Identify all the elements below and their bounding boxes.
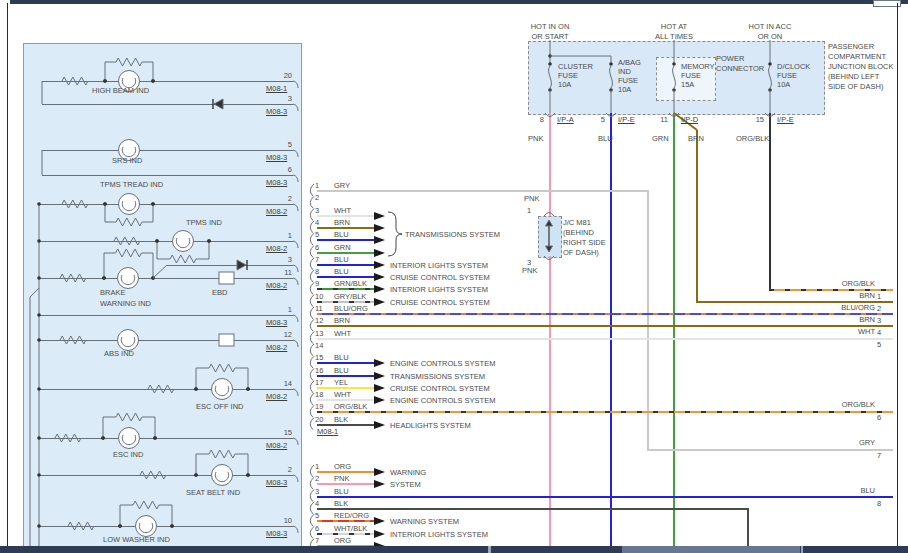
junction-dot [37, 313, 41, 317]
connector-hook [293, 150, 298, 157]
wire-color-label: RED/ORG [334, 511, 369, 520]
fuse-label: 10A [558, 80, 571, 89]
connector-hook [310, 221, 314, 233]
connector-ref[interactable]: M08-3 [266, 529, 287, 538]
pin-number: 17 [315, 378, 323, 387]
indicator-label: SRS IND [112, 156, 142, 165]
wire-color-label: BRN [334, 316, 350, 325]
junction-dot [37, 387, 41, 391]
connector-ref[interactable]: M08-2 [266, 244, 287, 253]
wire-color-label: BRN [334, 218, 350, 227]
line [30, 288, 39, 297]
bottom-bar-segment[interactable] [622, 546, 800, 553]
connector-ref[interactable]: I/P-A [557, 115, 574, 124]
connector-hook [293, 265, 298, 272]
connector-ref[interactable]: I/P-E [618, 115, 635, 124]
wire-color-label: BLK [334, 499, 348, 508]
jc-label: (BEHIND [563, 228, 594, 237]
wire-color-label: PNK [528, 134, 543, 143]
connector-ref[interactable]: M08-3 [266, 178, 287, 187]
parallel-resistor [105, 62, 116, 81]
indicator-label: ABS IND [104, 349, 134, 358]
pin-number: 8 [315, 267, 319, 276]
connector-hook [310, 502, 314, 514]
junction-dot [102, 276, 106, 280]
connector-ref[interactable]: M08-2 [266, 343, 287, 352]
connector-hook [293, 81, 298, 88]
pin-number: 7 [315, 255, 319, 264]
connector-ref[interactable]: M08-2 [266, 441, 287, 450]
pin-number: 4 [315, 218, 319, 227]
connector-ref[interactable]: M08-3 [266, 107, 287, 116]
pin-number: 13 [315, 329, 323, 338]
connector-ref[interactable]: M08-1 [266, 84, 287, 93]
pin-number: 7 [315, 536, 319, 545]
pin-number: 11 [654, 115, 668, 124]
connector-ref[interactable]: I/P-D [681, 115, 698, 124]
junction-dot [246, 387, 250, 391]
connector-hook [310, 270, 314, 282]
junction-dot [37, 524, 41, 528]
window-right-border [897, 3, 898, 546]
connector-ref[interactable]: M08-2 [266, 392, 287, 401]
pin-number: 6 [315, 524, 319, 533]
system-label: CRUISE CONTROL SYSTEM [390, 384, 490, 393]
pin-number: 1 [258, 305, 292, 314]
jc-arrow-icon [546, 220, 553, 226]
wire-color-label: ORG/BLK [790, 400, 875, 409]
pin-number: 1 [315, 462, 319, 471]
system-label: CRUISE CONTROL SYSTEM [390, 273, 490, 282]
wire-color-label: GRN [334, 243, 351, 252]
wire-color-label: PNK [334, 474, 349, 483]
fuse-label: MEMORY [681, 62, 715, 71]
junction-dot [207, 239, 211, 243]
connector-hook [544, 256, 554, 260]
power-feed-label: HOT AT [632, 22, 716, 31]
wire-color-label: ORG/BLK [790, 279, 875, 288]
resistor-symbol [68, 522, 94, 530]
power-feed-label: ALL TIMES [632, 32, 716, 41]
indicator-label: BRAKE [100, 288, 125, 297]
parallel-resistor [116, 413, 142, 421]
wire-color-label: BRN [790, 291, 875, 300]
connector-hook [310, 295, 314, 307]
diode-icon [237, 260, 246, 270]
system-label: ENGINE CONTROLS SYSTEM [390, 359, 495, 368]
wire-color-label: WHT/BLK [334, 524, 367, 533]
parallel-resistor [104, 253, 116, 278]
wiring-diagram-viewer: 20M08-13M08-35M08-36M08-32M08-21M08-211M… [0, 0, 908, 553]
connector-ref[interactable]: M08-2 [266, 207, 287, 216]
connector-ref[interactable]: M08-1 [317, 427, 338, 436]
connector-hook [293, 104, 298, 111]
fuse-label: FUSE [777, 71, 797, 80]
parallel-resistor [142, 417, 155, 438]
connector-hook [310, 282, 314, 294]
pin-number: 6 [258, 165, 292, 174]
parallel-resistor [103, 417, 116, 438]
wire-color-label: BLU [334, 267, 349, 276]
connector-ref[interactable]: I/P-E [777, 115, 794, 124]
pin-number: 5 [315, 230, 319, 239]
connector-hook [310, 381, 314, 393]
connector-hook [310, 332, 314, 344]
pin-number: 10 [258, 516, 292, 525]
connector-hook [310, 258, 314, 270]
wire-color-label: BLU/ORG [790, 303, 875, 312]
junction-dot [103, 79, 107, 83]
jc-arrow-icon [546, 246, 553, 252]
connector-hook [606, 113, 616, 117]
system-label: TRANSMISSIONS SYSTEM [405, 230, 500, 239]
pin-number: 19 [315, 402, 323, 411]
wire-color-label: ORG [334, 536, 351, 545]
pin-number: 3 [315, 206, 319, 215]
connector-ref[interactable]: M08-3 [266, 153, 287, 162]
indicator-label: TPMS IND [186, 218, 222, 227]
parallel-resistor [157, 241, 170, 259]
connector-ref[interactable]: M08-3 [266, 318, 287, 327]
connector-ref[interactable]: M08-3 [266, 478, 287, 487]
resistor-symbol [60, 336, 86, 344]
wire-color-label: WHT [334, 390, 351, 399]
pin-number: 2 [315, 193, 319, 202]
connector-ref[interactable]: M08-2 [266, 281, 287, 290]
junction-dot [101, 436, 105, 440]
